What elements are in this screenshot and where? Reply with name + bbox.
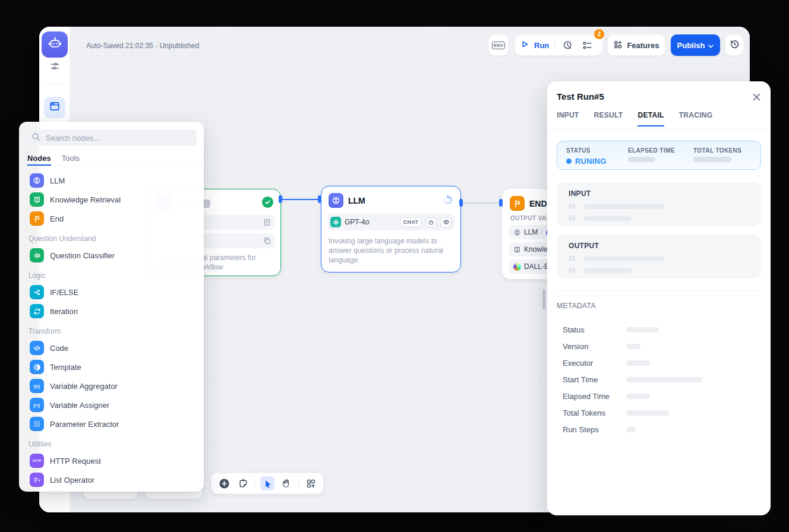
- features-grid-icon: [613, 40, 623, 51]
- template-icon: [30, 360, 44, 374]
- node-item-iteration[interactable]: Iteration: [26, 302, 197, 321]
- chevron-down-icon: [708, 41, 714, 50]
- features-label: Features: [627, 41, 659, 50]
- status-card: STATUS RUNING ELAPSED TIME TOTAL TOKENS: [557, 141, 761, 170]
- node-item-label: Parameter Extractor: [50, 420, 119, 429]
- checklist-icon[interactable]: [580, 38, 594, 52]
- node-item-knowledge-retrieval[interactable]: Knowledge Retrieval: [26, 190, 197, 209]
- node-list: LLM Knowledge Retrieval End Question Und…: [26, 166, 197, 489]
- node-item-question-classifier[interactable]: Question Classifier: [26, 246, 197, 265]
- publish-label: Publish: [677, 41, 705, 50]
- search-icon: [31, 132, 40, 144]
- line-number: 01: [569, 255, 577, 262]
- tab-tools[interactable]: Tools: [62, 151, 80, 166]
- close-icon[interactable]: [750, 91, 762, 103]
- publish-button[interactable]: Publish: [671, 34, 720, 56]
- node-item-code[interactable]: Code: [26, 338, 197, 357]
- node-item-if-else[interactable]: IF/ELSE: [26, 283, 197, 302]
- http-icon: HTTP: [30, 454, 44, 468]
- model-selector[interactable]: GPT-4o CHAT: [327, 214, 455, 230]
- end-icon: [510, 196, 525, 211]
- line-number: 01: [569, 203, 577, 210]
- model-name: GPT-4o: [345, 218, 396, 226]
- search-input[interactable]: [45, 133, 191, 143]
- canvas-toolbar: [211, 473, 324, 494]
- run-tabs: INPUT RESULT DETAIL TRACING: [557, 111, 712, 126]
- skeleton-bar: [584, 204, 665, 209]
- search-box[interactable]: [26, 129, 197, 146]
- features-button[interactable]: Features: [607, 34, 665, 56]
- skeleton-bar: [626, 410, 669, 416]
- llm-node[interactable]: LLM GPT-4o: [321, 186, 461, 273]
- sliders-icon[interactable]: [50, 61, 60, 71]
- node-item-template[interactable]: Template: [26, 357, 197, 376]
- classifier-icon: [30, 248, 44, 262]
- node-item-variable-assigner[interactable]: {=} Variable Assigner: [26, 395, 197, 414]
- organize-nodes-button[interactable]: [304, 476, 318, 490]
- node-item-list-operator[interactable]: List Operator: [26, 470, 197, 489]
- skeleton-bar: [626, 344, 640, 349]
- tab-input[interactable]: INPUT: [557, 111, 579, 126]
- end-input-handle[interactable]: [499, 199, 503, 207]
- llm-input-handle[interactable]: [318, 195, 321, 203]
- test-run-panel: Test Run#5 INPUT RESULT DETAIL TRACING S…: [547, 81, 771, 515]
- start-output-handle[interactable]: [279, 195, 282, 203]
- app-logo[interactable]: [42, 31, 68, 58]
- metadata-title: METADATA: [557, 302, 596, 310]
- tab-result[interactable]: RESULT: [594, 111, 623, 126]
- llm-node-description: Invoking large language models to answer…: [329, 236, 456, 265]
- run-button[interactable]: Run: [534, 41, 549, 50]
- add-note-button[interactable]: [236, 476, 250, 490]
- add-node-button[interactable]: [217, 476, 231, 490]
- status-value: RUNING: [575, 157, 606, 166]
- dots-grid-icon: [30, 417, 44, 431]
- tab-tracing[interactable]: TRACING: [679, 111, 713, 126]
- skeleton-bar: [626, 360, 650, 366]
- node-item-label: Variable Assigner: [50, 401, 109, 410]
- skeleton-bar: [626, 427, 636, 432]
- scrollbar-thumb[interactable]: [542, 289, 545, 309]
- robot-badge-icon: [425, 217, 437, 227]
- tab-nodes[interactable]: Nodes: [27, 151, 51, 166]
- divider: [255, 479, 255, 488]
- robot-icon: [47, 36, 63, 54]
- branch-icon: [30, 285, 44, 299]
- node-item-http-request[interactable]: HTTP HTTP Request: [26, 451, 197, 470]
- run-history-icon[interactable]: [560, 38, 575, 52]
- skeleton-bar: [626, 394, 650, 399]
- llm-output-handle[interactable]: [459, 199, 463, 207]
- node-item-label: End: [50, 214, 64, 223]
- meta-label: Elapsed Time: [563, 392, 626, 401]
- divider: [298, 479, 299, 488]
- node-item-llm[interactable]: LLM: [26, 171, 197, 190]
- node-item-parameter-extractor[interactable]: Parameter Extractor: [26, 414, 197, 433]
- loading-spinner-icon: [443, 195, 453, 208]
- pointer-tool-button[interactable]: [260, 476, 274, 490]
- edge-start-llm[interactable]: [282, 199, 320, 200]
- gpt-model-icon: [330, 217, 341, 227]
- node-item-label: HTTP Request: [50, 457, 101, 466]
- llm-node-title: LLM: [348, 196, 365, 205]
- sidebar-item-workflow[interactable]: [44, 97, 65, 118]
- node-item-end[interactable]: End: [26, 209, 197, 228]
- edge-llm-end[interactable]: [462, 202, 501, 204]
- run-group: Run: [515, 34, 602, 56]
- node-item-label: Code: [50, 344, 68, 353]
- output-card: OUTPUT 01 02: [557, 235, 761, 278]
- tab-detail[interactable]: DETAIL: [637, 111, 664, 126]
- node-item-label: Knowledge Retrieval: [50, 195, 121, 204]
- tokens-label: TOTAL TOKENS: [693, 147, 741, 154]
- section-transform: Transform: [29, 326, 194, 337]
- node-item-label: Template: [50, 363, 81, 372]
- variable-name: LLM: [524, 228, 538, 236]
- meta-label: Version: [563, 342, 626, 351]
- picker-tabs: Nodes Tools: [26, 151, 197, 166]
- panel-title: Test Run#5: [557, 91, 604, 102]
- node-item-label: Variable Aggregator: [50, 382, 118, 391]
- variable-x-icon: {x}: [30, 379, 44, 393]
- node-item-variable-aggregator[interactable]: {x} Variable Aggregator: [26, 376, 197, 395]
- node-item-label: LLM: [50, 176, 65, 185]
- version-history-button[interactable]: [725, 34, 744, 56]
- hand-tool-button[interactable]: [279, 476, 293, 490]
- env-button[interactable]: ENV: [488, 34, 509, 56]
